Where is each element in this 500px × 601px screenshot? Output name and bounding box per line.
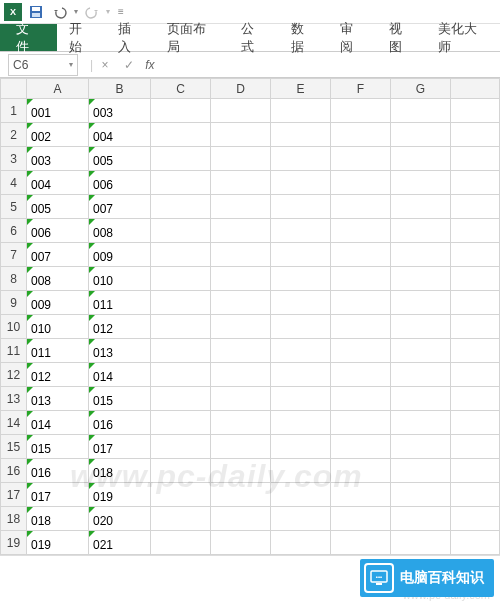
tab-insert[interactable]: 插入 bbox=[106, 24, 155, 51]
cell-E9[interactable] bbox=[271, 291, 331, 315]
row-header-3[interactable]: 3 bbox=[1, 147, 27, 171]
cell-D11[interactable] bbox=[211, 339, 271, 363]
row-header-5[interactable]: 5 bbox=[1, 195, 27, 219]
column-header-F[interactable]: F bbox=[331, 79, 391, 99]
cell-D3[interactable] bbox=[211, 147, 271, 171]
cell-G4[interactable] bbox=[391, 171, 451, 195]
cell-E19[interactable] bbox=[271, 531, 331, 555]
cell-E11[interactable] bbox=[271, 339, 331, 363]
cell-B7[interactable]: 009 bbox=[89, 243, 151, 267]
cell-G10[interactable] bbox=[391, 315, 451, 339]
row-header-2[interactable]: 2 bbox=[1, 123, 27, 147]
tab-data[interactable]: 数据 bbox=[279, 24, 328, 51]
cell-E10[interactable] bbox=[271, 315, 331, 339]
name-box[interactable]: C6 bbox=[8, 54, 78, 76]
formula-cancel-button[interactable]: × bbox=[93, 53, 117, 77]
cell-C5[interactable] bbox=[151, 195, 211, 219]
cell-E18[interactable] bbox=[271, 507, 331, 531]
cell-D5[interactable] bbox=[211, 195, 271, 219]
cell-A5[interactable]: 005 bbox=[27, 195, 89, 219]
cell-F18[interactable] bbox=[331, 507, 391, 531]
cell-F9[interactable] bbox=[331, 291, 391, 315]
cell-F2[interactable] bbox=[331, 123, 391, 147]
undo-dropdown-icon[interactable]: ▾ bbox=[74, 7, 78, 16]
cell-C13[interactable] bbox=[151, 387, 211, 411]
cell-F10[interactable] bbox=[331, 315, 391, 339]
cell-G15[interactable] bbox=[391, 435, 451, 459]
cell-G3[interactable] bbox=[391, 147, 451, 171]
cell-B15[interactable]: 017 bbox=[89, 435, 151, 459]
cell-A6[interactable]: 006 bbox=[27, 219, 89, 243]
cell-A1[interactable]: 001 bbox=[27, 99, 89, 123]
cell-E2[interactable] bbox=[271, 123, 331, 147]
cell-B19[interactable]: 021 bbox=[89, 531, 151, 555]
cell-A18[interactable]: 018 bbox=[27, 507, 89, 531]
cell-E1[interactable] bbox=[271, 99, 331, 123]
cell-E14[interactable] bbox=[271, 411, 331, 435]
row-header-10[interactable]: 10 bbox=[1, 315, 27, 339]
cell-G9[interactable] bbox=[391, 291, 451, 315]
cell-F11[interactable] bbox=[331, 339, 391, 363]
cell-F15[interactable] bbox=[331, 435, 391, 459]
cell-B6[interactable]: 008 bbox=[89, 219, 151, 243]
select-all-corner[interactable] bbox=[1, 79, 27, 99]
undo-button[interactable] bbox=[50, 2, 70, 22]
cell-C11[interactable] bbox=[151, 339, 211, 363]
cell-E15[interactable] bbox=[271, 435, 331, 459]
cell-B17[interactable]: 019 bbox=[89, 483, 151, 507]
column-header-E[interactable]: E bbox=[271, 79, 331, 99]
cell-A16[interactable]: 016 bbox=[27, 459, 89, 483]
cell-E5[interactable] bbox=[271, 195, 331, 219]
cell-A11[interactable]: 011 bbox=[27, 339, 89, 363]
cell-A13[interactable]: 013 bbox=[27, 387, 89, 411]
cell-F14[interactable] bbox=[331, 411, 391, 435]
cell-E16[interactable] bbox=[271, 459, 331, 483]
cell-C10[interactable] bbox=[151, 315, 211, 339]
cell-B9[interactable]: 011 bbox=[89, 291, 151, 315]
cell-F12[interactable] bbox=[331, 363, 391, 387]
cell-G18[interactable] bbox=[391, 507, 451, 531]
cell-F16[interactable] bbox=[331, 459, 391, 483]
cell-D14[interactable] bbox=[211, 411, 271, 435]
cell-A19[interactable]: 019 bbox=[27, 531, 89, 555]
row-header-11[interactable]: 11 bbox=[1, 339, 27, 363]
cell-A14[interactable]: 014 bbox=[27, 411, 89, 435]
cell-A4[interactable]: 004 bbox=[27, 171, 89, 195]
cell-D16[interactable] bbox=[211, 459, 271, 483]
formula-confirm-button[interactable]: ✓ bbox=[117, 53, 141, 77]
row-header-1[interactable]: 1 bbox=[1, 99, 27, 123]
row-header-12[interactable]: 12 bbox=[1, 363, 27, 387]
cell-E13[interactable] bbox=[271, 387, 331, 411]
cell-G11[interactable] bbox=[391, 339, 451, 363]
cell-A3[interactable]: 003 bbox=[27, 147, 89, 171]
cell-B13[interactable]: 015 bbox=[89, 387, 151, 411]
formula-bar-input[interactable] bbox=[158, 54, 500, 76]
tab-view[interactable]: 视图 bbox=[377, 24, 426, 51]
tab-review[interactable]: 审阅 bbox=[328, 24, 377, 51]
cell-F17[interactable] bbox=[331, 483, 391, 507]
column-header-G[interactable]: G bbox=[391, 79, 451, 99]
row-header-6[interactable]: 6 bbox=[1, 219, 27, 243]
cell-C4[interactable] bbox=[151, 171, 211, 195]
cell-D10[interactable] bbox=[211, 315, 271, 339]
cell-F6[interactable] bbox=[331, 219, 391, 243]
cell-D4[interactable] bbox=[211, 171, 271, 195]
cell-E6[interactable] bbox=[271, 219, 331, 243]
cell-D1[interactable] bbox=[211, 99, 271, 123]
cell-B4[interactable]: 006 bbox=[89, 171, 151, 195]
tab-page-layout[interactable]: 页面布局 bbox=[155, 24, 229, 51]
row-header-8[interactable]: 8 bbox=[1, 267, 27, 291]
cell-G1[interactable] bbox=[391, 99, 451, 123]
cell-A15[interactable]: 015 bbox=[27, 435, 89, 459]
cell-A12[interactable]: 012 bbox=[27, 363, 89, 387]
cell-D15[interactable] bbox=[211, 435, 271, 459]
cell-B2[interactable]: 004 bbox=[89, 123, 151, 147]
cell-G17[interactable] bbox=[391, 483, 451, 507]
cell-E8[interactable] bbox=[271, 267, 331, 291]
cell-G6[interactable] bbox=[391, 219, 451, 243]
cell-D2[interactable] bbox=[211, 123, 271, 147]
cell-F19[interactable] bbox=[331, 531, 391, 555]
cell-A8[interactable]: 008 bbox=[27, 267, 89, 291]
cell-A2[interactable]: 002 bbox=[27, 123, 89, 147]
cell-C9[interactable] bbox=[151, 291, 211, 315]
